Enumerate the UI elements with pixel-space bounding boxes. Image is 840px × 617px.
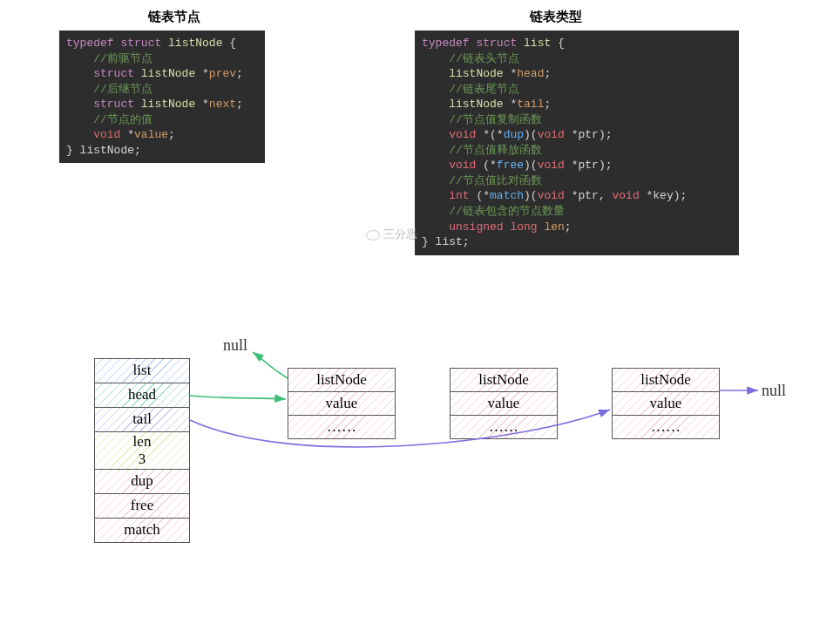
param: *ptr); — [565, 128, 613, 141]
ptr: * — [202, 67, 209, 80]
brace: { — [551, 37, 565, 50]
paren: )( — [524, 189, 538, 202]
semicolon: ; — [236, 98, 243, 111]
field-prev: prev — [209, 67, 236, 80]
fn-dup: dup — [504, 128, 524, 141]
type-name: listNode — [134, 98, 202, 111]
kw-typedef: typedef — [66, 37, 114, 50]
comment: //节点值比对函数 — [422, 174, 542, 187]
kw-void: void — [612, 189, 639, 202]
semicolon: ; — [168, 128, 175, 141]
arrows-svg — [0, 329, 840, 617]
comment: //节点的值 — [66, 113, 152, 126]
kw-struct: struct — [66, 67, 134, 80]
fn-match: match — [490, 189, 524, 202]
semicolon: ; — [544, 67, 551, 80]
linkedlist-diagram: list head tail len 3 dup free match list… — [0, 329, 840, 617]
field-next: next — [209, 98, 236, 111]
comment: //后继节点 — [66, 83, 152, 96]
kw-struct: struct — [66, 98, 134, 111]
paren: ( — [470, 189, 484, 202]
code-block-listnode: typedef struct listNode { //前驱节点 struct … — [59, 31, 265, 163]
code-block-list: typedef struct list { //链表头节点 listNode *… — [415, 31, 739, 255]
field-tail: tail — [517, 98, 544, 111]
kw-void: void — [66, 128, 127, 141]
type-name: listNode — [422, 67, 510, 80]
field-len: len — [538, 220, 565, 234]
kw-struct: struct — [476, 37, 517, 50]
close-brace: } list; — [422, 235, 470, 248]
brace: { — [222, 37, 236, 50]
comment: //链表头节点 — [422, 52, 519, 65]
field-value: value — [134, 128, 168, 141]
paren: )( — [524, 128, 538, 141]
comment: //链表尾节点 — [422, 83, 519, 96]
comment: //链表包含的节点数量 — [422, 205, 565, 218]
wechat-icon — [366, 230, 380, 241]
kw-void: void — [538, 159, 565, 172]
star: * — [483, 189, 490, 202]
param: *ptr, — [565, 189, 613, 202]
comment: //前驱节点 — [66, 52, 152, 65]
type-name: listNode — [168, 37, 222, 50]
comment: //节点值复制函数 — [422, 113, 542, 126]
ptr: * — [127, 128, 134, 141]
kw-struct: struct — [120, 37, 161, 50]
paren: )( — [524, 159, 538, 172]
paren: *( — [476, 128, 496, 141]
paren: ( — [476, 159, 490, 172]
kw-void: void — [422, 159, 476, 172]
star: * — [490, 159, 497, 172]
watermark-text: 三分恶 — [383, 227, 417, 241]
watermark: 三分恶 — [366, 227, 417, 242]
kw-typedef: typedef — [422, 37, 470, 50]
type-name: list — [524, 37, 551, 50]
arrow-head-to-node1 — [190, 396, 286, 399]
star: * — [497, 128, 504, 141]
arrow-tail-to-node3 — [190, 410, 610, 447]
fn-free: free — [497, 159, 524, 172]
semicolon: ; — [236, 67, 243, 80]
param: *ptr); — [565, 159, 613, 172]
semicolon: ; — [544, 98, 551, 111]
semicolon: ; — [565, 220, 572, 234]
title-right: 链表类型 — [530, 9, 582, 25]
kw-unsigned: unsigned — [422, 220, 504, 234]
param: *key); — [640, 189, 688, 202]
title-left: 链表节点 — [148, 9, 200, 25]
close-brace: } listNode; — [66, 144, 141, 157]
kw-void: void — [538, 128, 565, 141]
kw-void: void — [422, 128, 476, 141]
kw-void: void — [538, 189, 565, 202]
arrow-node1-prev-null — [253, 352, 288, 378]
type-name: listNode — [134, 67, 202, 80]
type-name: listNode — [422, 98, 510, 111]
ptr: * — [202, 98, 209, 111]
list-row-len: len 3 — [95, 432, 189, 470]
kw-long: long — [504, 220, 538, 234]
comment: //节点值释放函数 — [422, 144, 542, 157]
kw-int: int — [422, 189, 470, 202]
field-head: head — [517, 67, 544, 80]
